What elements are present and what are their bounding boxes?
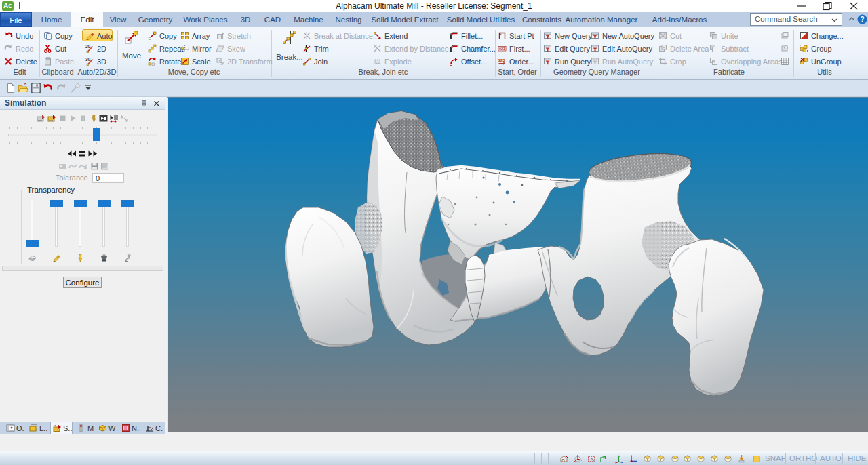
svg-text:?: ?	[860, 16, 864, 23]
